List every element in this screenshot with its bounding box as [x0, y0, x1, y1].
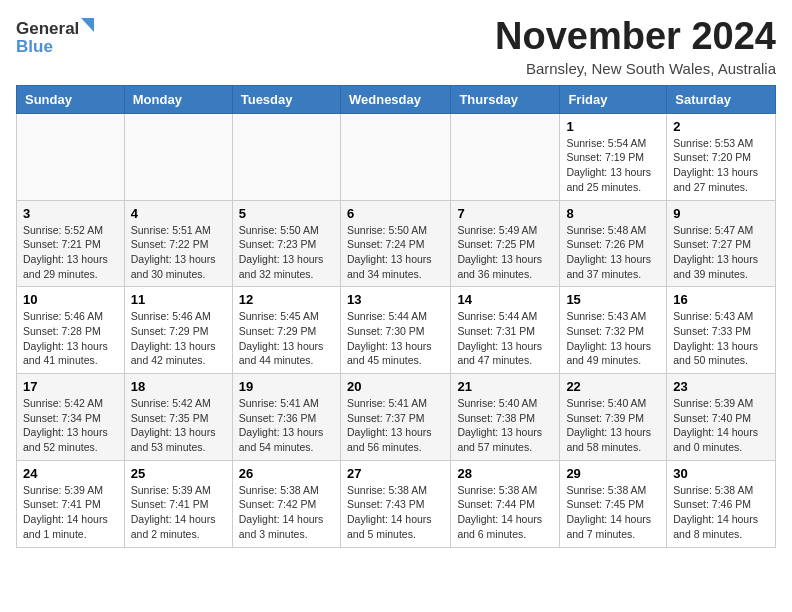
day-info: Sunrise: 5:39 AM Sunset: 7:41 PM Dayligh… — [131, 483, 226, 542]
calendar-day-header: Tuesday — [232, 85, 340, 113]
calendar-day-header: Wednesday — [340, 85, 450, 113]
day-number: 7 — [457, 206, 553, 221]
calendar-cell: 25Sunrise: 5:39 AM Sunset: 7:41 PM Dayli… — [124, 460, 232, 547]
day-info: Sunrise: 5:45 AM Sunset: 7:29 PM Dayligh… — [239, 309, 334, 368]
day-number: 4 — [131, 206, 226, 221]
day-info: Sunrise: 5:38 AM Sunset: 7:43 PM Dayligh… — [347, 483, 444, 542]
day-number: 25 — [131, 466, 226, 481]
day-info: Sunrise: 5:38 AM Sunset: 7:44 PM Dayligh… — [457, 483, 553, 542]
day-info: Sunrise: 5:48 AM Sunset: 7:26 PM Dayligh… — [566, 223, 660, 282]
calendar-cell: 22Sunrise: 5:40 AM Sunset: 7:39 PM Dayli… — [560, 374, 667, 461]
day-info: Sunrise: 5:49 AM Sunset: 7:25 PM Dayligh… — [457, 223, 553, 282]
day-number: 10 — [23, 292, 118, 307]
day-number: 8 — [566, 206, 660, 221]
day-info: Sunrise: 5:39 AM Sunset: 7:40 PM Dayligh… — [673, 396, 769, 455]
day-info: Sunrise: 5:40 AM Sunset: 7:38 PM Dayligh… — [457, 396, 553, 455]
day-number: 27 — [347, 466, 444, 481]
calendar-cell: 16Sunrise: 5:43 AM Sunset: 7:33 PM Dayli… — [667, 287, 776, 374]
day-info: Sunrise: 5:50 AM Sunset: 7:24 PM Dayligh… — [347, 223, 444, 282]
calendar-cell: 2Sunrise: 5:53 AM Sunset: 7:20 PM Daylig… — [667, 113, 776, 200]
day-number: 19 — [239, 379, 334, 394]
calendar-week-row: 3Sunrise: 5:52 AM Sunset: 7:21 PM Daylig… — [17, 200, 776, 287]
calendar-cell: 23Sunrise: 5:39 AM Sunset: 7:40 PM Dayli… — [667, 374, 776, 461]
day-info: Sunrise: 5:51 AM Sunset: 7:22 PM Dayligh… — [131, 223, 226, 282]
day-info: Sunrise: 5:42 AM Sunset: 7:35 PM Dayligh… — [131, 396, 226, 455]
svg-marker-2 — [81, 18, 94, 32]
location: Barnsley, New South Wales, Australia — [495, 60, 776, 77]
calendar-cell: 17Sunrise: 5:42 AM Sunset: 7:34 PM Dayli… — [17, 374, 125, 461]
calendar-cell: 24Sunrise: 5:39 AM Sunset: 7:41 PM Dayli… — [17, 460, 125, 547]
day-info: Sunrise: 5:38 AM Sunset: 7:45 PM Dayligh… — [566, 483, 660, 542]
calendar-table: SundayMondayTuesdayWednesdayThursdayFrid… — [16, 85, 776, 548]
calendar-cell: 26Sunrise: 5:38 AM Sunset: 7:42 PM Dayli… — [232, 460, 340, 547]
day-number: 18 — [131, 379, 226, 394]
calendar-cell: 3Sunrise: 5:52 AM Sunset: 7:21 PM Daylig… — [17, 200, 125, 287]
calendar-cell — [124, 113, 232, 200]
day-info: Sunrise: 5:44 AM Sunset: 7:30 PM Dayligh… — [347, 309, 444, 368]
day-info: Sunrise: 5:47 AM Sunset: 7:27 PM Dayligh… — [673, 223, 769, 282]
title-area: November 2024 Barnsley, New South Wales,… — [495, 16, 776, 77]
day-info: Sunrise: 5:52 AM Sunset: 7:21 PM Dayligh… — [23, 223, 118, 282]
day-info: Sunrise: 5:38 AM Sunset: 7:42 PM Dayligh… — [239, 483, 334, 542]
calendar-cell: 6Sunrise: 5:50 AM Sunset: 7:24 PM Daylig… — [340, 200, 450, 287]
day-info: Sunrise: 5:40 AM Sunset: 7:39 PM Dayligh… — [566, 396, 660, 455]
day-info: Sunrise: 5:46 AM Sunset: 7:28 PM Dayligh… — [23, 309, 118, 368]
calendar-cell — [232, 113, 340, 200]
calendar-week-row: 17Sunrise: 5:42 AM Sunset: 7:34 PM Dayli… — [17, 374, 776, 461]
calendar-cell: 1Sunrise: 5:54 AM Sunset: 7:19 PM Daylig… — [560, 113, 667, 200]
day-info: Sunrise: 5:54 AM Sunset: 7:19 PM Dayligh… — [566, 136, 660, 195]
logo: GeneralBlue — [16, 16, 96, 56]
calendar-cell: 7Sunrise: 5:49 AM Sunset: 7:25 PM Daylig… — [451, 200, 560, 287]
day-number: 6 — [347, 206, 444, 221]
day-number: 9 — [673, 206, 769, 221]
day-info: Sunrise: 5:46 AM Sunset: 7:29 PM Dayligh… — [131, 309, 226, 368]
day-number: 23 — [673, 379, 769, 394]
day-info: Sunrise: 5:41 AM Sunset: 7:37 PM Dayligh… — [347, 396, 444, 455]
calendar-cell: 21Sunrise: 5:40 AM Sunset: 7:38 PM Dayli… — [451, 374, 560, 461]
calendar-header-row: SundayMondayTuesdayWednesdayThursdayFrid… — [17, 85, 776, 113]
day-number: 2 — [673, 119, 769, 134]
day-number: 13 — [347, 292, 444, 307]
day-number: 3 — [23, 206, 118, 221]
day-info: Sunrise: 5:42 AM Sunset: 7:34 PM Dayligh… — [23, 396, 118, 455]
day-number: 11 — [131, 292, 226, 307]
calendar-day-header: Thursday — [451, 85, 560, 113]
calendar-cell: 20Sunrise: 5:41 AM Sunset: 7:37 PM Dayli… — [340, 374, 450, 461]
page-header: GeneralBlue November 2024 Barnsley, New … — [16, 16, 776, 77]
day-number: 5 — [239, 206, 334, 221]
calendar-cell: 18Sunrise: 5:42 AM Sunset: 7:35 PM Dayli… — [124, 374, 232, 461]
calendar-week-row: 10Sunrise: 5:46 AM Sunset: 7:28 PM Dayli… — [17, 287, 776, 374]
day-info: Sunrise: 5:39 AM Sunset: 7:41 PM Dayligh… — [23, 483, 118, 542]
day-number: 14 — [457, 292, 553, 307]
calendar-cell: 5Sunrise: 5:50 AM Sunset: 7:23 PM Daylig… — [232, 200, 340, 287]
calendar-cell — [451, 113, 560, 200]
calendar-day-header: Saturday — [667, 85, 776, 113]
day-info: Sunrise: 5:43 AM Sunset: 7:33 PM Dayligh… — [673, 309, 769, 368]
day-number: 20 — [347, 379, 444, 394]
day-info: Sunrise: 5:38 AM Sunset: 7:46 PM Dayligh… — [673, 483, 769, 542]
logo-row: GeneralBlue — [16, 16, 96, 56]
calendar-cell: 15Sunrise: 5:43 AM Sunset: 7:32 PM Dayli… — [560, 287, 667, 374]
day-info: Sunrise: 5:44 AM Sunset: 7:31 PM Dayligh… — [457, 309, 553, 368]
calendar-week-row: 1Sunrise: 5:54 AM Sunset: 7:19 PM Daylig… — [17, 113, 776, 200]
calendar-cell: 29Sunrise: 5:38 AM Sunset: 7:45 PM Dayli… — [560, 460, 667, 547]
calendar-cell — [17, 113, 125, 200]
day-number: 12 — [239, 292, 334, 307]
logo-svg: GeneralBlue — [16, 16, 96, 56]
day-number: 26 — [239, 466, 334, 481]
calendar-cell: 8Sunrise: 5:48 AM Sunset: 7:26 PM Daylig… — [560, 200, 667, 287]
day-info: Sunrise: 5:43 AM Sunset: 7:32 PM Dayligh… — [566, 309, 660, 368]
calendar-cell: 9Sunrise: 5:47 AM Sunset: 7:27 PM Daylig… — [667, 200, 776, 287]
svg-text:General: General — [16, 19, 79, 38]
day-info: Sunrise: 5:41 AM Sunset: 7:36 PM Dayligh… — [239, 396, 334, 455]
day-number: 15 — [566, 292, 660, 307]
calendar-cell: 13Sunrise: 5:44 AM Sunset: 7:30 PM Dayli… — [340, 287, 450, 374]
day-number: 24 — [23, 466, 118, 481]
calendar-day-header: Friday — [560, 85, 667, 113]
day-info: Sunrise: 5:50 AM Sunset: 7:23 PM Dayligh… — [239, 223, 334, 282]
day-info: Sunrise: 5:53 AM Sunset: 7:20 PM Dayligh… — [673, 136, 769, 195]
calendar-cell: 12Sunrise: 5:45 AM Sunset: 7:29 PM Dayli… — [232, 287, 340, 374]
day-number: 21 — [457, 379, 553, 394]
day-number: 30 — [673, 466, 769, 481]
calendar-cell: 28Sunrise: 5:38 AM Sunset: 7:44 PM Dayli… — [451, 460, 560, 547]
